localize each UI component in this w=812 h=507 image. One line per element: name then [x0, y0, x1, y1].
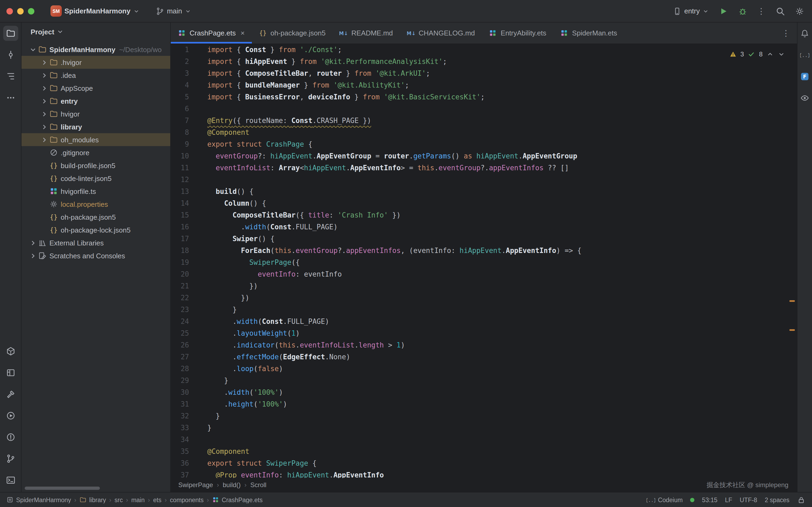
line-number[interactable]: 12: [171, 174, 189, 186]
code-line-22[interactable]: 22 }): [171, 292, 797, 304]
tree-chevron-icon[interactable]: [29, 45, 37, 53]
line-number[interactable]: 37: [171, 469, 189, 478]
tree-chevron-icon[interactable]: [40, 58, 48, 66]
code-line-28[interactable]: 28 .loop(false): [171, 363, 797, 375]
tree-item-hvigor[interactable]: .hvigor: [21, 56, 170, 69]
line-number[interactable]: 20: [171, 269, 189, 280]
more-actions-button[interactable]: ⋮: [757, 6, 766, 16]
tool-window-problems-button[interactable]: [3, 430, 18, 445]
tool-window-versions-button[interactable]: [3, 451, 18, 466]
tree-item-oh-modules[interactable]: oh_modules: [21, 133, 170, 146]
line-separator[interactable]: LF: [725, 497, 732, 503]
file-encoding[interactable]: UTF-8: [740, 497, 757, 503]
code-line-21[interactable]: 21 }): [171, 280, 797, 292]
tool-window-build-button[interactable]: [3, 387, 18, 402]
code-line-24[interactable]: 24 .width(Const.FULL_PAGE): [171, 316, 797, 328]
code-line-19[interactable]: 19 SwiperPage({: [171, 257, 797, 269]
line-number[interactable]: 25: [171, 328, 189, 339]
tree-chevron-icon[interactable]: [40, 97, 48, 105]
notifications-button[interactable]: [800, 29, 809, 40]
line-number[interactable]: 2: [171, 56, 189, 68]
previewer-button[interactable]: [800, 94, 809, 104]
code-line-6[interactable]: 6: [171, 103, 797, 115]
code-line-11[interactable]: 11 eventInfoList: Array<hiAppEvent.AppEv…: [171, 162, 797, 174]
line-number[interactable]: 18: [171, 245, 189, 257]
tool-window-run-button[interactable]: [3, 408, 18, 423]
lock-icon[interactable]: [797, 496, 806, 504]
code-line-12[interactable]: 12: [171, 174, 797, 186]
fullscreen-window-button[interactable]: [28, 8, 35, 14]
previous-problem-icon[interactable]: [766, 51, 774, 58]
status-path-src[interactable]: src: [115, 497, 123, 503]
caret-position[interactable]: 53:15: [702, 497, 717, 503]
code-line-30[interactable]: 30 .width('100%'): [171, 387, 797, 398]
status-path-crashpage-ets[interactable]: CrashPage.ets: [212, 496, 263, 503]
line-number[interactable]: 22: [171, 292, 189, 304]
tree-item-idea[interactable]: .idea: [21, 69, 170, 81]
tab-changelog-md[interactable]: M↓CHANGELOG.md: [400, 22, 482, 44]
f-plugin-button[interactable]: F: [800, 72, 809, 83]
line-number[interactable]: 9: [171, 138, 189, 150]
line-number[interactable]: 17: [171, 233, 189, 245]
code-line-4[interactable]: 4import { bundleManager } from '@kit.Abi…: [171, 79, 797, 91]
code-line-31[interactable]: 31 .height('100%'): [171, 398, 797, 410]
status-path-main[interactable]: main: [131, 497, 145, 503]
tool-window-terminal-button[interactable]: [3, 472, 18, 488]
code-line-34[interactable]: 34: [171, 434, 797, 446]
status-path-components[interactable]: components: [170, 497, 204, 503]
tab-entryability-ets[interactable]: EntryAbility.ets: [482, 22, 554, 44]
settings-button[interactable]: [795, 6, 805, 16]
code-line-10[interactable]: 10 eventGroup?: hiAppEvent.AppEventGroup…: [171, 150, 797, 162]
code-line-18[interactable]: 18 ForEach(this.eventGroup?.appEventInfo…: [171, 245, 797, 257]
tree-chevron-icon[interactable]: [40, 110, 48, 118]
tree-chevron-icon[interactable]: [40, 71, 48, 79]
tree-item-external-libraries[interactable]: External Libraries: [21, 236, 170, 249]
code-line-20[interactable]: 20 eventInfo: eventInfo: [171, 269, 797, 280]
breadcrumb-scroll[interactable]: Scroll: [250, 481, 267, 489]
code-line-15[interactable]: 15 ComposeTitleBar({ title: 'Crash Info'…: [171, 210, 797, 221]
next-problem-icon[interactable]: [777, 51, 785, 58]
tree-item-code-linter-json5[interactable]: {}code-linter.json5: [21, 172, 170, 185]
line-number[interactable]: 19: [171, 257, 189, 269]
line-number[interactable]: 11: [171, 162, 189, 174]
code-line-13[interactable]: 13 build() {: [171, 186, 797, 198]
project-selector[interactable]: SM SpiderManHarmony: [47, 4, 143, 18]
line-number[interactable]: 1: [171, 44, 189, 56]
minimize-window-button[interactable]: [17, 8, 23, 14]
code-line-7[interactable]: 7@Entry({ routeName: Const.CRASH_PAGE }): [171, 115, 797, 127]
line-number[interactable]: 8: [171, 127, 189, 138]
tree-item-gitignore[interactable]: .gitignore: [21, 146, 170, 159]
line-number[interactable]: 16: [171, 221, 189, 233]
tree-chevron-icon[interactable]: [40, 135, 48, 144]
line-number[interactable]: 32: [171, 410, 189, 422]
tool-window-more-button[interactable]: [3, 90, 18, 105]
tree-item-appscope[interactable]: AppScope: [21, 81, 170, 95]
code-line-36[interactable]: 36export struct SwiperPage {: [171, 458, 797, 469]
code-line-26[interactable]: 26 .indicator(this.eventInfoList.length …: [171, 339, 797, 351]
tree-item-local-properties[interactable]: local.properties: [21, 198, 170, 211]
code-line-5[interactable]: 5import { BusinessError, deviceInfo } fr…: [171, 91, 797, 103]
branch-selector[interactable]: main: [153, 5, 194, 17]
tree-chevron-icon[interactable]: [40, 84, 48, 92]
indent-style[interactable]: 2 spaces: [765, 497, 790, 503]
line-number[interactable]: 15: [171, 210, 189, 221]
line-number[interactable]: 14: [171, 198, 189, 210]
tool-window-project-button[interactable]: [3, 26, 18, 41]
debug-button[interactable]: [738, 6, 748, 16]
tab-spiderman-ets[interactable]: SpiderMan.ets: [554, 22, 624, 44]
code-line-14[interactable]: 14 Column() {: [171, 198, 797, 210]
line-number[interactable]: 34: [171, 434, 189, 446]
line-number[interactable]: 7: [171, 115, 189, 127]
code-editor[interactable]: 1import { Const } from './Const';2import…: [171, 44, 797, 478]
line-number[interactable]: 35: [171, 446, 189, 458]
line-number[interactable]: 23: [171, 304, 189, 316]
line-number[interactable]: 10: [171, 150, 189, 162]
line-number[interactable]: 24: [171, 316, 189, 328]
tree-chevron-icon[interactable]: [29, 239, 37, 247]
code-line-16[interactable]: 16 .width(Const.FULL_PAGE): [171, 221, 797, 233]
line-number[interactable]: 26: [171, 339, 189, 351]
tree-item-entry[interactable]: entry: [21, 95, 170, 107]
line-number[interactable]: 36: [171, 458, 189, 469]
tab-list-options-button[interactable]: ⋮: [775, 22, 797, 44]
code-line-3[interactable]: 3import { ComposeTitleBar, router } from…: [171, 68, 797, 79]
